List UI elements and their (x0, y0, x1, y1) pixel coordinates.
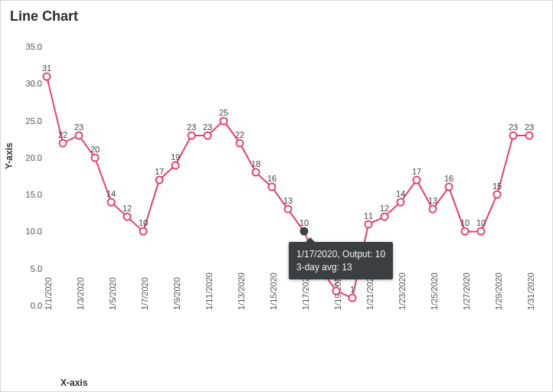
data-label: 12 (123, 204, 132, 213)
data-label: 10 (139, 219, 148, 228)
data-label: 19 (171, 152, 180, 162)
plot-area[interactable]: 0.05.010.015.020.025.030.035.01/1/20201/… (47, 47, 529, 305)
data-label: 1 (350, 286, 355, 295)
data-point[interactable] (332, 286, 341, 295)
data-label: 16 (444, 175, 453, 184)
data-label: 22 (58, 130, 67, 139)
data-label: 20 (90, 145, 100, 154)
data-label: 17 (412, 167, 421, 176)
data-point[interactable] (155, 175, 164, 184)
data-label: 23 (74, 122, 83, 132)
chart-title: Line Chart (1, 1, 552, 28)
data-point[interactable] (123, 213, 132, 221)
tooltip-line2: 3-day avg: 13 (296, 261, 385, 273)
data-point[interactable] (429, 205, 437, 214)
data-point[interactable] (445, 183, 453, 191)
data-point[interactable] (252, 168, 260, 177)
y-tick: 0.0 (31, 301, 42, 310)
data-point[interactable] (75, 131, 83, 139)
data-label: 25 (219, 108, 228, 117)
data-point[interactable] (284, 205, 293, 214)
data-point[interactable] (188, 131, 196, 139)
chart-card: Line Chart Y-axis X-axis 0.05.010.015.02… (0, 0, 553, 392)
data-point[interactable] (413, 175, 421, 184)
y-axis-label: Y-axis (4, 142, 15, 169)
y-tick: 25.0 (26, 116, 42, 126)
y-tick: 30.0 (26, 79, 42, 88)
data-label: 22 (235, 130, 244, 139)
data-point[interactable] (477, 227, 486, 236)
data-point[interactable] (348, 294, 357, 302)
data-label: 23 (509, 122, 518, 132)
y-tick: 10.0 (26, 227, 42, 236)
y-tick: 20.0 (26, 153, 42, 162)
data-label: 11 (364, 211, 373, 220)
data-label: 23 (203, 122, 212, 132)
data-point[interactable] (91, 153, 100, 162)
data-point[interactable] (43, 72, 51, 80)
data-point[interactable] (493, 191, 502, 199)
data-label: 23 (187, 122, 196, 132)
line-path (47, 47, 529, 305)
data-label: 15 (492, 181, 502, 191)
data-point[interactable] (268, 183, 276, 191)
data-point[interactable] (59, 139, 67, 147)
data-label: 31 (42, 64, 51, 73)
tooltip-line1: 1/17/2020, Output: 10 (296, 248, 385, 260)
data-point[interactable] (107, 198, 116, 206)
data-point[interactable] (236, 139, 244, 147)
data-label: 10 (476, 219, 486, 228)
data-point[interactable] (397, 198, 405, 206)
data-point[interactable] (509, 131, 518, 139)
tooltip: 1/17/2020, Output: 103-day avg: 13 (289, 242, 393, 279)
data-label: 17 (155, 167, 164, 176)
y-tick: 15.0 (26, 190, 42, 199)
data-label: 18 (251, 159, 260, 168)
data-point[interactable] (139, 227, 148, 236)
data-point[interactable] (300, 227, 309, 236)
data-label: 13 (428, 197, 437, 206)
data-label: 12 (380, 204, 389, 213)
data-label: 16 (267, 175, 276, 184)
data-point[interactable] (172, 161, 180, 169)
data-point[interactable] (365, 220, 373, 228)
data-label: 13 (283, 197, 293, 206)
data-label: 14 (106, 189, 116, 198)
data-point[interactable] (220, 116, 228, 125)
x-axis-label: X-axis (61, 377, 87, 388)
data-label: 10 (299, 219, 309, 228)
data-label: 14 (396, 189, 405, 198)
y-tick: 5.0 (31, 264, 42, 273)
y-tick: 35.0 (26, 42, 42, 51)
data-label: 23 (525, 122, 534, 132)
data-point[interactable] (381, 213, 389, 221)
data-point[interactable] (204, 131, 212, 139)
data-point[interactable] (461, 227, 470, 236)
data-point[interactable] (525, 131, 534, 139)
data-label: 10 (460, 219, 470, 228)
